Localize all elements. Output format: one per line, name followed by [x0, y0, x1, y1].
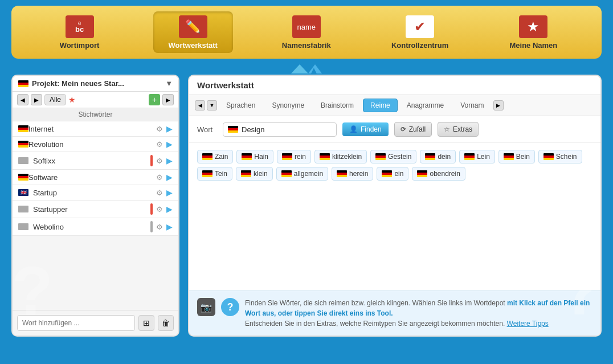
rhyme-flag-de	[417, 170, 427, 177]
rhyme-tag[interactable]: Gestein	[370, 150, 416, 163]
rhyme-flag-de	[202, 170, 212, 177]
rhyme-tag[interactable]: Hain	[236, 150, 273, 163]
tab-anagramme[interactable]: Anagramme	[399, 99, 451, 112]
help-icon[interactable]: ?	[221, 298, 239, 316]
rhyme-flag-de	[242, 153, 252, 160]
word-label: Wort	[197, 125, 217, 134]
word-item[interactable]: Webolino ⚙ ▶	[13, 218, 178, 236]
extras-btn[interactable]: ☆ Extras	[438, 122, 479, 137]
project-title: Projekt: Mein neues Star...	[32, 79, 162, 88]
word-field[interactable]: Design	[223, 122, 337, 137]
zufall-icon: ⟳	[401, 125, 406, 133]
project-dropdown-btn[interactable]: ▼	[165, 79, 173, 88]
rhyme-flag-de	[543, 153, 554, 160]
add-category-btn[interactable]: +	[149, 94, 160, 105]
rhyme-word: rein	[295, 153, 306, 161]
word-text: Internet	[28, 125, 156, 133]
nav-wortwerkstatt-label: Wortwerkstatt	[168, 41, 217, 50]
rhyme-tag[interactable]: Lein	[459, 150, 495, 163]
select-word-arrow[interactable]: ▶	[166, 222, 173, 231]
word-text: Revolution	[28, 140, 156, 149]
word-status-gray	[150, 221, 153, 232]
rhyme-tag[interactable]: Tein	[197, 167, 232, 181]
weitere-tipps-link[interactable]: Weitere Tipps	[507, 320, 549, 328]
rhyme-word: Tein	[215, 170, 227, 178]
rhyme-tag[interactable]: Zain	[197, 150, 233, 163]
zufall-btn[interactable]: ⟳ Zufall	[394, 122, 432, 137]
rhyme-word: allgemein	[294, 170, 323, 178]
star-filter-btn[interactable]: ★	[68, 95, 76, 104]
settings-icon[interactable]: ⚙	[156, 223, 163, 231]
rhyme-tag[interactable]: obendrein	[412, 167, 465, 181]
prev-btn[interactable]: ◀	[17, 94, 28, 105]
nav-wortimport[interactable]: a bc Wortimport	[40, 11, 120, 53]
rhyme-tag[interactable]: Bein	[498, 150, 535, 163]
svg-marker-0	[291, 64, 308, 73]
project-flag	[18, 80, 28, 87]
word-item[interactable]: Startupper ⚙ ▶	[13, 201, 178, 218]
tab-vornam[interactable]: Vornam	[453, 99, 491, 112]
rhyme-flag-de	[337, 170, 347, 177]
tab-next-btn[interactable]: ▼	[207, 100, 217, 111]
nav-namensfabrik[interactable]: name Namensfabrik	[267, 11, 346, 53]
settings-icon[interactable]: ⚙	[156, 157, 163, 165]
word-item[interactable]: Revolution ⚙ ▶	[13, 137, 178, 152]
rhyme-tag[interactable]: Schein	[538, 150, 582, 163]
tab-brainstorm[interactable]: Brainstorm	[313, 99, 361, 112]
tab-reime[interactable]: Reime	[363, 99, 398, 112]
camera-icon[interactable]: 📷	[197, 298, 215, 316]
tab-synonyme[interactable]: Synonyme	[264, 99, 312, 112]
flag-uk: 🇬🇧	[18, 189, 28, 196]
word-text: Softixx	[33, 157, 150, 165]
nav-meine-namen[interactable]: ★ Meine Namen	[493, 11, 573, 53]
finden-btn[interactable]: 👤 Finden	[342, 122, 389, 136]
rhyme-tag[interactable]: ein	[377, 167, 408, 181]
select-word-arrow[interactable]: ▶	[166, 205, 173, 214]
word-item[interactable]: Softixx ⚙ ▶	[13, 152, 178, 170]
select-word-arrow[interactable]: ▶	[166, 156, 173, 165]
rhyme-tag[interactable]: rein	[277, 150, 311, 163]
settings-icon[interactable]: ⚙	[156, 173, 163, 182]
settings-icon[interactable]: ⚙	[156, 189, 163, 197]
word-status-red	[150, 155, 153, 166]
rhyme-flag-de	[504, 153, 514, 160]
rhyme-word: dein	[438, 153, 451, 161]
bg-decoration-left: ?	[11, 251, 53, 330]
nav-kontrollzentrum[interactable]: ✔ Kontrollzentrum	[380, 11, 460, 53]
bg-decoration-right: ?	[560, 251, 602, 330]
next-btn[interactable]: ▶	[31, 94, 42, 105]
settings-icon[interactable]: ⚙	[156, 125, 163, 133]
tab-sprachen[interactable]: Sprachen	[219, 99, 263, 112]
rhyme-word: klitzeklein	[332, 153, 362, 161]
word-item[interactable]: Internet ⚙ ▶	[13, 121, 178, 137]
word-flag	[228, 126, 238, 133]
rhyme-tag[interactable]: herein	[332, 167, 373, 181]
zufall-label: Zufall	[409, 125, 426, 133]
select-word-arrow[interactable]: ▶	[166, 140, 173, 149]
rhyme-tag[interactable]: klitzeklein	[314, 150, 367, 163]
rhyme-word: klein	[254, 170, 268, 178]
select-word-arrow[interactable]: ▶	[166, 124, 173, 133]
nav-right-btn[interactable]: ▶	[162, 94, 174, 105]
filter-all-btn[interactable]: Alle	[44, 94, 66, 105]
rhyme-tag[interactable]: klein	[236, 167, 273, 181]
settings-icon[interactable]: ⚙	[156, 140, 163, 149]
settings-icon[interactable]: ⚙	[156, 205, 163, 214]
delete-btn[interactable]: 🗑	[158, 315, 174, 331]
rhyme-word: herein	[349, 170, 368, 178]
right-panel-header: Wortwerkstatt	[189, 76, 600, 95]
select-word-arrow[interactable]: ▶	[166, 173, 173, 182]
rhyme-word: Schein	[556, 153, 577, 161]
rhyme-tag[interactable]: allgemein	[276, 167, 328, 181]
word-list-header: Stichwörter	[13, 108, 178, 121]
tab-more-btn[interactable]: ▶	[493, 100, 504, 111]
word-item[interactable]: Software ⚙ ▶	[13, 170, 178, 185]
word-item[interactable]: 🇬🇧 Startup ⚙ ▶	[13, 185, 178, 201]
import-btn[interactable]: ⊞	[138, 315, 154, 331]
rhyme-tag[interactable]: dein	[420, 150, 456, 163]
nav-wortwerkstatt[interactable]: ✏️ Wortwerkstatt	[153, 11, 233, 53]
tab-prev-btn[interactable]: ◀	[195, 100, 205, 111]
flag-gray	[18, 157, 28, 164]
left-toolbar: ◀ ▶ Alle ★ + ▶	[13, 92, 178, 108]
select-word-arrow[interactable]: ▶	[166, 188, 173, 197]
